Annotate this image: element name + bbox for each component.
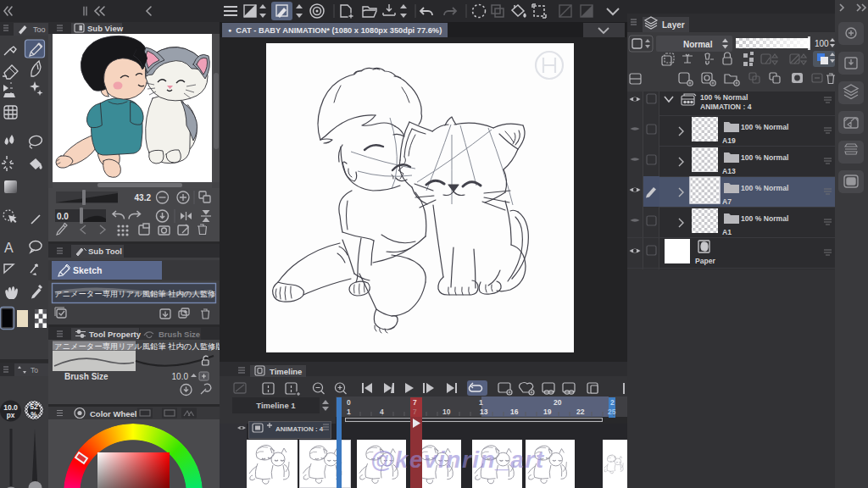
svg-text:Paper: Paper (695, 257, 716, 265)
svg-text:19: 19 (543, 408, 552, 416)
svg-text:Too: Too (33, 25, 46, 34)
svg-text:A19: A19 (722, 136, 736, 145)
svg-text:100 % Normal: 100 % Normal (741, 153, 788, 162)
svg-text:100 % Normal: 100 % Normal (741, 184, 788, 192)
svg-text:2: 2 (610, 398, 615, 407)
svg-text:Tool Property: Tool Property (89, 330, 142, 339)
svg-text:A: A (4, 241, 14, 255)
svg-text:Sub View: Sub View (87, 24, 124, 33)
svg-text:100 % Normal: 100 % Normal (741, 214, 788, 223)
svg-text:1: 1 (347, 408, 351, 416)
svg-text:10: 10 (442, 408, 451, 416)
svg-text:52: 52 (30, 402, 38, 411)
svg-text:7: 7 (413, 398, 417, 407)
svg-text:0: 0 (347, 398, 351, 407)
svg-text:100: 100 (815, 39, 829, 48)
svg-text:アニメーター専用リアル風鉛筆 社内の人監修: アニメーター専用リアル風鉛筆 社内の人監修 (54, 290, 215, 298)
svg-text:Timeline: Timeline (270, 367, 302, 376)
svg-text:Layer: Layer (662, 20, 685, 30)
svg-text:4: 4 (380, 408, 384, 416)
svg-text:10.0: 10.0 (3, 403, 18, 412)
svg-text:To: To (31, 366, 38, 374)
svg-text:Sketch: Sketch (73, 265, 102, 275)
svg-text:A13: A13 (722, 167, 736, 175)
svg-text:Normal: Normal (683, 40, 713, 49)
svg-text:7: 7 (413, 408, 417, 416)
svg-text:Brush Size: Brush Size (159, 330, 200, 339)
svg-text:px: px (7, 412, 15, 419)
svg-text:100 % Normal: 100 % Normal (700, 93, 748, 102)
svg-text:20: 20 (554, 398, 562, 407)
svg-text:Brush Size: Brush Size (64, 372, 108, 381)
svg-text:22: 22 (576, 408, 585, 416)
svg-text:100 % Normal: 100 % Normal (741, 123, 788, 131)
svg-text:A1: A1 (722, 228, 732, 236)
svg-text:Color Wheel: Color Wheel (90, 409, 136, 419)
svg-text:%: % (31, 411, 37, 419)
svg-text:10.0: 10.0 (172, 372, 189, 381)
svg-text:13: 13 (480, 408, 488, 416)
svg-text:ANIMATION : 4: ANIMATION : 4 (700, 103, 752, 111)
svg-text:0.0: 0.0 (57, 212, 69, 221)
svg-text:Sub Tool: Sub Tool (88, 247, 122, 256)
svg-text:43.2: 43.2 (135, 193, 152, 202)
svg-text:16: 16 (510, 408, 519, 416)
svg-text:A7: A7 (722, 197, 732, 206)
svg-text:1: 1 (479, 398, 483, 407)
svg-text:ANIMATION : 4: ANIMATION : 4 (275, 425, 324, 433)
svg-text:アニメーター専用リアル風鉛筆 社内の人監修版: アニメーター専用リアル風鉛筆 社内の人監修版 (54, 342, 220, 351)
svg-text:25: 25 (608, 408, 616, 416)
